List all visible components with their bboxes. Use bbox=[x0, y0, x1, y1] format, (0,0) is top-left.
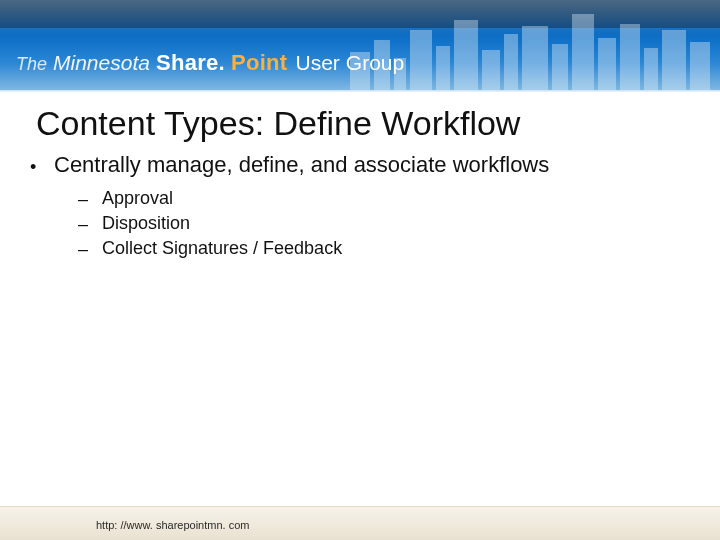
header-underline bbox=[0, 90, 720, 92]
svg-rect-12 bbox=[620, 24, 640, 90]
bullet-level2: – Collect Signatures / Feedback bbox=[78, 238, 690, 259]
header-band: The Minnesota Share. Point User Group bbox=[0, 0, 720, 90]
bullet-text: Approval bbox=[102, 188, 173, 209]
svg-rect-14 bbox=[662, 30, 686, 90]
footer-url: http: //www. sharepointmn. com bbox=[96, 519, 249, 531]
bullet-dash-icon: – bbox=[78, 214, 94, 235]
brand-word-point: Point bbox=[231, 50, 288, 76]
bullet-dot-icon: • bbox=[30, 156, 44, 178]
svg-rect-5 bbox=[454, 20, 478, 90]
bullet-level2: – Approval bbox=[78, 188, 690, 209]
brand-word-minnesota: Minnesota bbox=[53, 51, 150, 75]
svg-rect-3 bbox=[410, 30, 432, 90]
bullet-text: Disposition bbox=[102, 213, 190, 234]
svg-rect-15 bbox=[690, 42, 710, 90]
brand-word-user: User bbox=[295, 51, 339, 75]
bullet-text: Collect Signatures / Feedback bbox=[102, 238, 342, 259]
svg-rect-10 bbox=[572, 14, 594, 90]
bullet-level2-list: – Approval – Disposition – Collect Signa… bbox=[78, 188, 690, 259]
svg-rect-7 bbox=[504, 34, 518, 90]
svg-rect-9 bbox=[552, 44, 568, 90]
brand-word-the: The bbox=[16, 54, 47, 75]
slide-title: Content Types: Define Workflow bbox=[36, 104, 520, 143]
svg-rect-6 bbox=[482, 50, 500, 90]
bullet-dash-icon: – bbox=[78, 189, 94, 210]
svg-rect-13 bbox=[644, 48, 658, 90]
bullet-dash-icon: – bbox=[78, 239, 94, 260]
brand-title: The Minnesota Share. Point User Group bbox=[16, 50, 404, 76]
svg-rect-8 bbox=[522, 26, 548, 90]
slide: The Minnesota Share. Point User Group Co… bbox=[0, 0, 720, 540]
skyline-graphic bbox=[340, 0, 720, 90]
svg-rect-4 bbox=[436, 46, 450, 90]
brand-word-group: Group bbox=[346, 51, 404, 75]
slide-body: • Centrally manage, define, and associat… bbox=[30, 152, 690, 263]
brand-word-share: Share. bbox=[156, 50, 225, 76]
bullet-level1: • Centrally manage, define, and associat… bbox=[30, 152, 690, 178]
bullet-level2: – Disposition bbox=[78, 213, 690, 234]
bullet-text: Centrally manage, define, and associate … bbox=[54, 152, 549, 178]
svg-rect-11 bbox=[598, 38, 616, 90]
